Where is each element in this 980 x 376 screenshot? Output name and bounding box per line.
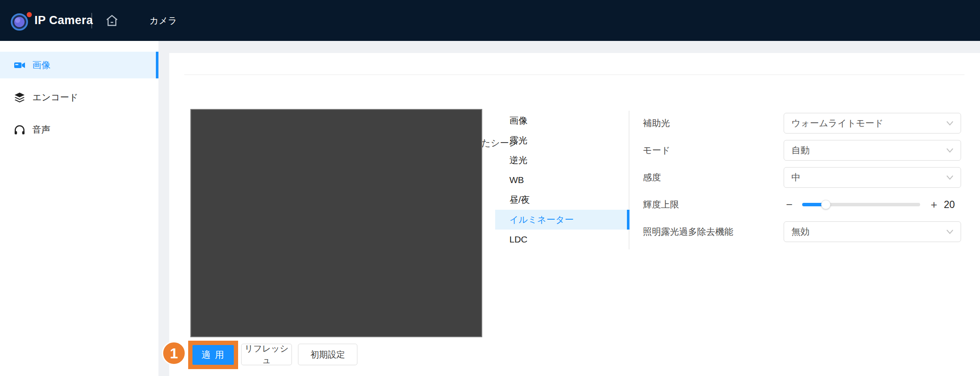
chevron-down-icon xyxy=(946,120,954,126)
submenu-item-illuminator[interactable]: イルミネーター xyxy=(495,210,629,230)
overexposure-removal-select[interactable]: 無効 xyxy=(784,221,961,242)
layers-icon xyxy=(14,92,25,103)
home-button[interactable] xyxy=(103,12,121,29)
app-title: IP Camera xyxy=(34,0,93,41)
slider-decrease-button[interactable]: − xyxy=(784,194,795,215)
sidebar-item-label: 音声 xyxy=(32,124,50,136)
apply-button[interactable]: 適 用 xyxy=(192,345,234,365)
ip-camera-app: IP Camera カメラ 画像 xyxy=(0,0,980,376)
mode-select[interactable]: 自動 xyxy=(784,140,961,161)
submenu-item-backlight[interactable]: 逆光 xyxy=(495,150,629,170)
sidebar: 画像 エンコード 音声 xyxy=(0,41,158,376)
home-icon xyxy=(105,14,119,28)
nav-tab-camera[interactable]: カメラ xyxy=(149,0,177,41)
submenu-item-exposure[interactable]: 露光 xyxy=(495,131,629,150)
sidebar-item-label: エンコード xyxy=(32,91,78,103)
submenu-item-day-night[interactable]: 昼/夜 xyxy=(495,190,629,210)
aux-light-select[interactable]: ウォームライトモード xyxy=(784,113,961,134)
brightness-slider-track[interactable] xyxy=(802,203,920,206)
submenu-item-image[interactable]: 画像 xyxy=(495,111,629,131)
video-camera-icon xyxy=(14,59,25,71)
slider-increase-button[interactable]: + xyxy=(928,194,940,215)
aux-light-label: 補助光 xyxy=(643,113,781,134)
brand-logo-icon xyxy=(9,11,34,31)
submenu-item-ldc[interactable]: LDC xyxy=(495,230,629,249)
content-card: 動作モード 自己適応 カスタマイズされたシーン 1 適 用 リフレッシュ 初期設… xyxy=(169,53,980,376)
submenu-item-wb[interactable]: WB xyxy=(495,170,629,190)
header-bar: IP Camera カメラ xyxy=(0,0,980,41)
refresh-button[interactable]: リフレッシュ xyxy=(241,344,292,365)
video-preview[interactable] xyxy=(190,109,482,337)
chevron-down-icon xyxy=(946,147,954,153)
overexposure-removal-label: 照明露光過多除去機能 xyxy=(643,221,781,242)
annotation-step-badge: 1 xyxy=(162,341,186,365)
chevron-down-icon xyxy=(946,229,954,235)
header-divider xyxy=(91,13,92,28)
annotation-highlight-box: 適 用 xyxy=(188,341,238,369)
sidebar-item-label: 画像 xyxy=(32,59,50,71)
sidebar-item-image[interactable]: 画像 xyxy=(0,52,158,78)
sidebar-item-audio[interactable]: 音声 xyxy=(0,116,158,143)
sensitivity-label: 感度 xyxy=(643,167,781,188)
brightness-limit-label: 輝度上限 xyxy=(643,194,781,215)
image-settings-submenu: 画像 露光 逆光 WB 昼/夜 イルミネーター LDC xyxy=(495,111,630,249)
mode-label: モード xyxy=(643,140,781,161)
brightness-limit-slider-row: − + 20 xyxy=(784,194,961,215)
sensitivity-select[interactable]: 中 xyxy=(784,167,961,188)
sidebar-item-encode[interactable]: エンコード xyxy=(0,84,158,111)
brightness-limit-value: 20 xyxy=(944,194,955,215)
headphones-icon xyxy=(14,124,25,136)
brightness-slider-thumb[interactable] xyxy=(821,200,831,209)
default-settings-button[interactable]: 初期設定 xyxy=(298,344,357,365)
chevron-down-icon xyxy=(946,174,954,180)
content-divider xyxy=(184,75,964,75)
